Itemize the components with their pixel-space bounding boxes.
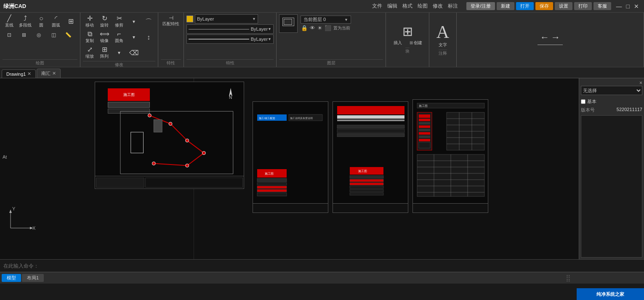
match-properties-button[interactable]: ⊣ 匹配特性 — [161, 14, 181, 28]
extend-button[interactable]: ↕ — [142, 33, 155, 42]
svg-rect-69 — [419, 142, 430, 148]
svg-rect-37 — [337, 115, 404, 119]
open-button[interactable]: 打开 — [516, 2, 534, 10]
mirror-button[interactable]: ⟺ 镜像 — [98, 30, 111, 45]
view-toggle-button[interactable]: ⊞ — [64, 17, 77, 26]
canvas-area[interactable]: At Y X N 施工图 — [0, 78, 579, 259]
svg-rect-48 — [350, 189, 383, 192]
break-button[interactable]: ⌒ — [142, 18, 155, 26]
layer-lock-icon[interactable]: 🔒 — [301, 24, 308, 32]
menu-file[interactable]: 文件 — [372, 3, 382, 10]
linetype-dropdown[interactable]: ByLayer ▼ — [186, 24, 274, 34]
properties-section-label: 特性 — [161, 59, 181, 66]
create-block-button[interactable]: ⊞ 创建 — [408, 39, 424, 47]
fillet-dropdown[interactable]: ▼ — [127, 35, 141, 40]
layer-preview-icon — [279, 14, 298, 33]
block-section-label: 块 — [405, 48, 410, 54]
svg-text:施工图: 施工图 — [419, 104, 428, 107]
panel-basic-checkbox[interactable] — [581, 99, 585, 104]
svg-rect-68 — [419, 139, 430, 141]
trim-dropdown[interactable]: ▼ — [127, 19, 141, 25]
array-button[interactable]: ⊞ 阵列 — [98, 45, 111, 60]
svg-rect-34 — [257, 189, 287, 192]
text-tool-button[interactable]: 文字 — [436, 41, 450, 49]
set-current-button[interactable]: 置为当前 — [333, 25, 351, 32]
color-swatch[interactable] — [186, 16, 193, 22]
print-button[interactable]: 打印 — [574, 2, 592, 10]
current-layer-display[interactable]: 当前图层 0 ▼ — [301, 16, 351, 24]
panel-close-button[interactable]: × — [581, 80, 642, 86]
copy-button[interactable]: ⧉ 复制 — [83, 30, 96, 45]
cad-drawing-4: 施工图 — [412, 99, 488, 213]
command-input[interactable] — [3, 263, 641, 269]
scale-button[interactable]: ⤢ 缩放 — [83, 45, 96, 60]
svg-rect-45 — [350, 179, 383, 182]
svg-line-11 — [187, 153, 204, 166]
insert-icon: ⊞ — [402, 25, 413, 38]
tab-model[interactable]: 模型 — [2, 274, 21, 282]
trim-button[interactable]: ✂ 修剪 — [112, 14, 126, 29]
arc-button[interactable]: ◜ 圆弧 — [49, 14, 63, 29]
minimize-button[interactable]: — — [615, 3, 624, 10]
tab-drawing1[interactable]: Drawing1 ✕ — [2, 69, 36, 78]
panel-basic-section: 基本 — [581, 98, 642, 105]
svg-rect-32 — [257, 183, 287, 185]
modify-section-label: 修改 — [83, 61, 155, 68]
right-panel: × 无选择 基本 版本号 5220211117 — [579, 78, 644, 259]
new-button[interactable]: 新建 — [497, 2, 514, 10]
tab-drawing1-close[interactable]: ✕ — [27, 71, 31, 77]
layer-freeze-icon[interactable]: ☀ — [317, 24, 323, 32]
measure-button[interactable]: 📏 — [61, 32, 75, 38]
menu-edit[interactable]: 编辑 — [387, 3, 397, 10]
layer-visible-icon[interactable]: 👁 — [309, 24, 316, 32]
insert-button[interactable]: 插入 — [391, 39, 404, 47]
polyline-button[interactable]: ⤴ 多段线 — [17, 14, 33, 29]
svg-rect-63 — [419, 122, 430, 125]
modify-section: ✛ 移动 ↻ 旋转 ✂ 修剪 ▼ ⌒ — [80, 13, 158, 67]
svg-rect-66 — [419, 132, 430, 135]
service-button[interactable]: 客服 — [593, 2, 611, 10]
coord-label: At — [3, 154, 7, 159]
polar-button[interactable]: ◎ — [32, 32, 45, 38]
menu-draw[interactable]: 绘图 — [418, 3, 428, 10]
menu-annotate[interactable]: 标注 — [448, 3, 458, 10]
rotate-button[interactable]: ↻ 旋转 — [98, 14, 111, 29]
svg-rect-65 — [419, 129, 430, 131]
lineweight-dropdown[interactable]: ByLayer ▼ — [186, 35, 274, 44]
dimension-section: ← → — [457, 13, 644, 67]
snap-button[interactable]: ⊡ — [3, 32, 16, 38]
svg-text:X: X — [32, 226, 36, 231]
color-dropdown[interactable]: ByLayer ▼ — [195, 14, 258, 24]
settings-button[interactable]: 设置 — [555, 2, 572, 10]
fillet-button[interactable]: ⌐ 圆角 — [112, 30, 126, 45]
tab-nanhui-close[interactable]: ✕ — [52, 71, 56, 76]
maximize-button[interactable]: □ — [625, 3, 631, 10]
move-button[interactable]: ✛ 移动 — [83, 14, 96, 29]
array-dropdown[interactable]: ▼ — [112, 50, 126, 56]
cad-drawing-1: N 施工图 — [95, 82, 244, 189]
menu-bar: 文件 编辑 格式 绘图 修改 标注 — [372, 3, 458, 10]
erase-button[interactable]: ⌫ — [127, 49, 141, 57]
menu-modify[interactable]: 修改 — [433, 3, 443, 10]
save-button[interactable]: 保存 — [535, 2, 553, 10]
window-controls: — □ ✕ — [615, 3, 641, 10]
login-button[interactable]: 登录/注册 — [466, 2, 495, 10]
menu-format[interactable]: 格式 — [402, 3, 412, 10]
bylayer-section: ByLayer ▼ ByLayer ▼ ByLayer ▼ — [184, 13, 277, 67]
panel-select[interactable]: 无选择 — [581, 86, 642, 95]
layer-color-icon[interactable]: ⬛ — [324, 24, 332, 32]
tab-layout1[interactable]: 布局1 — [22, 274, 44, 282]
ortho-button[interactable]: ⊞ — [17, 32, 31, 38]
circle-button[interactable]: ○ 圆 — [35, 14, 48, 29]
svg-text:Y: Y — [12, 206, 16, 211]
direct-line-button[interactable]: ╱ 直线 — [3, 14, 16, 29]
properties-section: ⊣ 匹配特性 特性 — [158, 13, 184, 67]
close-button[interactable]: ✕ — [632, 3, 641, 10]
svg-rect-36 — [337, 106, 404, 114]
tab-nanhui[interactable]: 南汇 ✕ — [37, 69, 61, 78]
svg-rect-33 — [257, 186, 287, 188]
annotation-section: A 文字 注释 — [429, 13, 457, 67]
svg-line-9 — [170, 124, 187, 141]
svg-point-18 — [202, 151, 205, 155]
track-button[interactable]: ◫ — [47, 32, 60, 38]
